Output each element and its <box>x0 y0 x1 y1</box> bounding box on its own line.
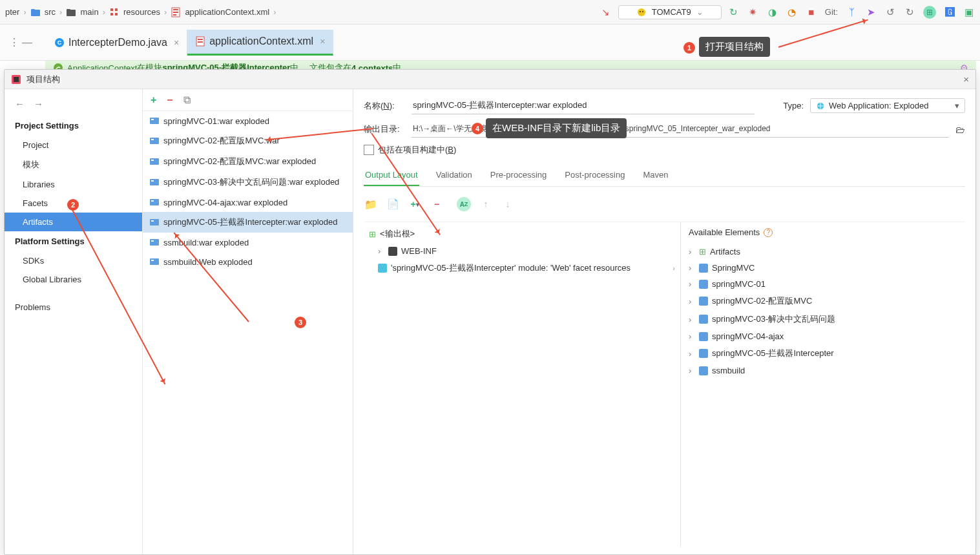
artifact-label: ssmbuild:Web exploded <box>163 257 253 267</box>
database-icon[interactable]: ▣ <box>963 6 975 18</box>
move-down-icon[interactable]: ↓ <box>501 197 515 211</box>
nav-item-sdks[interactable]: SDKs <box>5 251 142 270</box>
forward-icon[interactable]: → <box>34 98 43 109</box>
tab-intercepter-demo[interactable]: C IntercepterDemo.java × <box>47 30 187 56</box>
svg-rect-28 <box>151 160 154 161</box>
java-file-icon: C <box>54 37 65 48</box>
include-build-checkbox[interactable] <box>364 145 374 155</box>
tab-label: IntercepterDemo.java <box>68 37 167 48</box>
available-item[interactable]: ›springMVC-02-配置版MVC <box>683 292 963 310</box>
available-elements-title-text: Available Elements <box>689 227 760 237</box>
name-label: 名称(N): <box>364 100 405 112</box>
more-icon[interactable]: ⋮ <box>8 36 21 48</box>
nav-item-modules[interactable]: 模块 <box>5 154 142 175</box>
tab-output-layout[interactable]: Output Layout <box>364 165 419 186</box>
tab-pre-processing[interactable]: Pre-processing <box>489 165 548 186</box>
close-icon[interactable]: × <box>174 37 179 48</box>
build-icon[interactable]: ↘ <box>600 6 612 18</box>
debug-icon[interactable]: ✷ <box>747 6 759 18</box>
tab-maven[interactable]: Maven <box>641 165 669 186</box>
tab-application-context[interactable]: applicationContext.xml × <box>187 30 333 56</box>
browse-icon[interactable]: 🗁 <box>955 124 965 135</box>
new-file-icon[interactable]: 📄 <box>386 197 400 211</box>
available-item[interactable]: ›springMVC-05-拦截器Intercepter <box>683 344 963 362</box>
svg-rect-27 <box>150 158 159 165</box>
artifact-item[interactable]: springMVC-04-ajax:war exploded <box>143 193 353 212</box>
nav-item-global-libraries[interactable]: Global Libraries <box>5 270 142 289</box>
help-icon[interactable]: ? <box>764 228 773 237</box>
copy-icon[interactable]: ⧉ <box>183 94 191 106</box>
chevron-right-icon: › <box>689 315 695 324</box>
nav-item-project[interactable]: Project <box>5 136 142 154</box>
layout-two-col: ⊞ <输出根> › WEB-INF 'springMVC-05-拦截器Inter… <box>364 222 965 547</box>
available-item[interactable]: ›springMVC-04-ajax <box>683 328 963 344</box>
project-structure-dialog: 项目结构 × ← → Project Settings Project 模块 L… <box>4 69 976 555</box>
folder-icon <box>388 247 397 256</box>
breadcrumb-item[interactable]: applicationContext.xml <box>185 7 269 17</box>
close-icon[interactable]: × <box>320 36 325 47</box>
chevron-right-icon: › <box>23 7 26 17</box>
svg-rect-23 <box>150 118 159 124</box>
chevron-right-icon: › <box>689 331 695 341</box>
tree-webinf[interactable]: › WEB-INF <box>364 243 680 259</box>
available-item-artifacts[interactable]: ›⊞Artifacts <box>683 244 963 260</box>
add-icon[interactable]: + <box>151 94 156 106</box>
breadcrumb: pter › src › main › resources › applicat… <box>5 7 276 17</box>
remove-icon[interactable]: − <box>430 197 444 211</box>
layout-toolbar: 📁 📄 +▾ − AZ ↑ ↓ <box>364 193 965 215</box>
available-item[interactable]: ›SpringMVC <box>683 260 963 276</box>
nav-item-libraries[interactable]: Libraries <box>5 175 142 194</box>
collapse-icon[interactable]: — <box>21 37 34 48</box>
update-icon[interactable]: ↺ <box>884 6 896 18</box>
artifact-item[interactable]: springMVC-01:war exploded <box>143 111 353 131</box>
available-item[interactable]: ›ssmbuild <box>683 362 963 379</box>
artifact-item[interactable]: springMVC-03-解决中文乱码问题:war exploded <box>143 172 353 193</box>
coverage-icon[interactable]: ◑ <box>767 6 778 18</box>
available-item[interactable]: ›springMVC-03-解决中文乱码问题 <box>683 310 963 328</box>
translate-icon[interactable]: 🅶 <box>944 6 955 18</box>
chevron-right-icon: › <box>672 264 675 272</box>
artifact-item[interactable]: springMVC-05-拦截器Intercepter:war exploded <box>143 212 353 233</box>
stop-icon[interactable]: ■ <box>806 6 817 18</box>
artifact-item[interactable]: ssmbuild:Web exploded <box>143 252 353 271</box>
type-label: Type: <box>783 101 804 110</box>
artifact-label: ssmbuild:war exploded <box>163 238 249 247</box>
nav-item-artifacts[interactable]: Artifacts <box>5 213 142 231</box>
svg-rect-33 <box>150 219 159 225</box>
module-icon <box>699 366 708 375</box>
sort-icon[interactable]: AZ <box>457 197 471 211</box>
tree-folder-label: WEB-INF <box>401 246 437 256</box>
tab-post-processing[interactable]: Post-processing <box>563 165 626 186</box>
svg-text:C: C <box>57 39 62 46</box>
run-config-select[interactable]: TOMCAT9 ⌄ <box>618 5 722 19</box>
module-icon <box>699 297 708 306</box>
chevron-down-icon: ⌄ <box>696 7 704 17</box>
profile-icon[interactable]: ◔ <box>786 6 798 18</box>
top-bar: pter › src › main › resources › applicat… <box>0 0 980 25</box>
run-icon[interactable]: ↻ <box>728 6 740 18</box>
available-item[interactable]: ›springMVC-01 <box>683 276 963 292</box>
tree-root[interactable]: ⊞ <输出根> <box>364 225 680 243</box>
svg-rect-10 <box>173 12 178 13</box>
git-label: Git: <box>825 7 838 17</box>
tab-validation[interactable]: Validation <box>435 165 474 186</box>
new-folder-icon[interactable]: 📁 <box>364 197 378 211</box>
breadcrumb-item[interactable]: main <box>80 7 98 17</box>
breadcrumb-item[interactable]: src <box>45 7 56 17</box>
breadcrumb-root[interactable]: pter <box>5 7 19 17</box>
back-icon[interactable]: ← <box>15 98 25 109</box>
include-build-label: 包括在项目构建中(B) <box>378 144 456 156</box>
toolbar-right: ↘ TOMCAT9 ⌄ ↻ ✷ ◑ ◔ ■ Git: ᛉ ➤ ↺ ↻ ⊞ 🅶 ▣ <box>600 5 975 19</box>
chevron-right-icon: › <box>689 247 695 257</box>
move-up-icon[interactable]: ↑ <box>479 197 493 211</box>
remove-icon[interactable]: − <box>167 94 172 106</box>
name-field[interactable]: springMVC-05-拦截器Intercepter:war exploded <box>412 97 755 114</box>
type-select[interactable]: Web Application: Exploded ▾ <box>810 98 965 113</box>
close-icon[interactable]: × <box>963 74 969 85</box>
project-structure-icon[interactable]: ⊞ <box>923 6 936 19</box>
tree-module-resource[interactable]: 'springMVC-05-拦截器Intercepter' module: 'W… <box>364 259 680 277</box>
revert-icon[interactable]: ↻ <box>904 6 915 18</box>
branch-icon[interactable]: ᛉ <box>846 6 857 18</box>
artifact-item[interactable]: springMVC-02-配置版MVC:war exploded <box>143 151 353 172</box>
breadcrumb-item[interactable]: resources <box>123 7 160 17</box>
